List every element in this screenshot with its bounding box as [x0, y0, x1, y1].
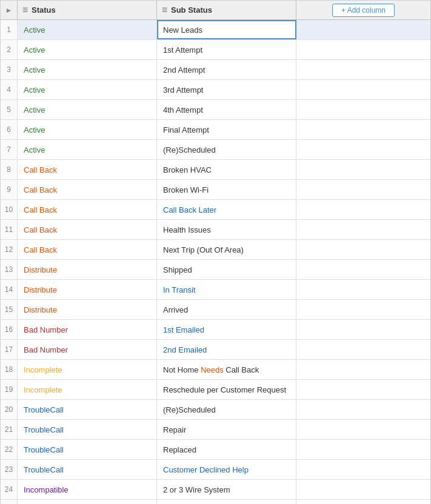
substatus-cell: Replaced	[157, 440, 296, 459]
substatus-cell: Customer Declined Help	[157, 460, 296, 479]
add-column-button[interactable]: + Add column	[332, 4, 395, 17]
substatus-value: 3rd Attempt	[163, 85, 203, 94]
status-value: TroubleCall	[24, 405, 64, 414]
status-cell: Call Back	[18, 180, 157, 199]
substatus-value: In Transit	[163, 285, 195, 294]
substatus-value: Broken Wi-Fi	[163, 185, 209, 194]
table-row[interactable]: 3 Active 2nd Attempt	[1, 60, 430, 80]
status-column-header[interactable]: ☰ Status	[18, 1, 157, 19]
status-cell: TroubleCall	[18, 440, 157, 459]
substatus-cell: 2nd Attempt	[157, 60, 296, 79]
table-row[interactable]: 8 Call Back Broken HVAC	[1, 160, 430, 180]
row-number: 12	[1, 240, 18, 259]
table-row[interactable]: 10 Call Back Call Back Later	[1, 200, 430, 220]
main-table: ► ☰ Status ☰ Sub Status + Add column 1 A…	[0, 0, 431, 504]
table-row[interactable]: 7 Active (Re)Scheduled	[1, 140, 430, 160]
status-value: Distribute	[24, 265, 57, 274]
substatus-cell: Call Back Later	[157, 200, 296, 219]
table-row[interactable]: 21 TroubleCall Repair	[1, 420, 430, 440]
row-number: 22	[1, 440, 18, 459]
extra-cell	[296, 200, 430, 219]
extra-cell	[296, 500, 430, 504]
table-row[interactable]: 18 Incomplete Not Home Needs Call Back	[1, 360, 430, 380]
substatus-cell: Reschedule per Customer Request	[157, 380, 296, 399]
extra-cell	[296, 400, 430, 419]
row-number: 25	[1, 500, 18, 504]
status-cell: Distribute	[18, 300, 157, 319]
table-row[interactable]: 14 Distribute In Transit	[1, 280, 430, 300]
status-value: Call Back	[24, 245, 57, 254]
row-number: 19	[1, 380, 18, 399]
table-row[interactable]: 1 Active New Leads	[1, 20, 430, 40]
table-row[interactable]: 13 Distribute Shipped	[1, 260, 430, 280]
table-row[interactable]: 22 TroubleCall Replaced	[1, 440, 430, 460]
table-row[interactable]: 4 Active 3rd Attempt	[1, 80, 430, 100]
extra-cell	[296, 120, 430, 139]
row-number: 3	[1, 60, 18, 79]
status-cell: TroubleCall	[18, 400, 157, 419]
status-value: TroubleCall	[24, 425, 64, 434]
row-number: 13	[1, 260, 18, 279]
substatus-cell: Next Trip (Out Of Area)	[157, 240, 296, 259]
extra-cell	[296, 100, 430, 119]
table-row[interactable]: 15 Distribute Arrived	[1, 300, 430, 320]
substatus-cell: Health Issues	[157, 220, 296, 239]
extra-cell	[296, 360, 430, 379]
substatus-value: New Leads	[163, 25, 202, 35]
status-value: Bad Number	[24, 345, 68, 354]
status-cell: Incompatible	[18, 500, 157, 504]
table-row[interactable]: 19 Incomplete Reschedule per Customer Re…	[1, 380, 430, 400]
table-row[interactable]: 5 Active 4th Attempt	[1, 100, 430, 120]
substatus-value: Final Attempt	[163, 125, 209, 134]
row-number: 14	[1, 280, 18, 299]
status-cell: Bad Number	[18, 340, 157, 359]
row-number: 6	[1, 120, 18, 139]
substatus-value: (Re)Scheduled	[163, 405, 216, 414]
substatus-column-header[interactable]: ☰ Sub Status	[157, 1, 296, 19]
substatus-cell: Shipped	[157, 260, 296, 279]
substatus-cell: (Re)Scheduled	[157, 400, 296, 419]
substatus-value: Health Issues	[163, 225, 211, 234]
table-row[interactable]: 20 TroubleCall (Re)Scheduled	[1, 400, 430, 420]
status-cell: Active	[18, 100, 157, 119]
table-row[interactable]: 11 Call Back Health Issues	[1, 220, 430, 240]
table-row[interactable]: 9 Call Back Broken Wi-Fi	[1, 180, 430, 200]
status-value: Active	[24, 85, 45, 94]
table-row[interactable]: 17 Bad Number 2nd Emailed	[1, 340, 430, 360]
table-row[interactable]: 24 Incompatible 2 or 3 Wire System	[1, 480, 430, 500]
extra-cell	[296, 240, 430, 259]
status-value: Active	[24, 25, 45, 35]
substatus-cell: (Re)Scheduled	[157, 140, 296, 159]
row-number: 9	[1, 180, 18, 199]
row-number: 8	[1, 160, 18, 179]
table-row[interactable]: 12 Call Back Next Trip (Out Of Area)	[1, 240, 430, 260]
table-row[interactable]: 16 Bad Number 1st Emailed	[1, 320, 430, 340]
table-row[interactable]: 23 TroubleCall Customer Declined Help	[1, 460, 430, 480]
substatus-cell: 2 or 3 Wire System	[157, 480, 296, 499]
status-cell: Incomplete	[18, 360, 157, 379]
status-cell: Active	[18, 80, 157, 99]
substatus-value: 1st Emailed	[163, 325, 204, 334]
substatus-header-label: Sub Status	[171, 5, 212, 15]
status-value: Call Back	[24, 225, 57, 234]
table-row[interactable]: 25 Incompatible MFU	[1, 500, 430, 504]
substatus-cell[interactable]: New Leads	[157, 20, 296, 39]
status-cell: TroubleCall	[18, 420, 157, 439]
row-number: 7	[1, 140, 18, 159]
status-cell: Distribute	[18, 280, 157, 299]
substatus-cell: MFU	[157, 500, 296, 504]
status-cell: Active	[18, 120, 157, 139]
status-cell: TroubleCall	[18, 460, 157, 479]
extra-cell	[296, 420, 430, 439]
substatus-cell: Broken HVAC	[157, 160, 296, 179]
row-number: 20	[1, 400, 18, 419]
table-row[interactable]: 2 Active 1st Attempt	[1, 40, 430, 60]
extra-cell	[296, 460, 430, 479]
substatus-value: Reschedule per Customer Request	[163, 385, 286, 394]
status-sort-icon: ☰	[22, 7, 28, 13]
substatus-value: Not Home Needs Call Back	[163, 365, 259, 374]
extra-cell	[296, 180, 430, 199]
substatus-value: Customer Declined Help	[163, 465, 249, 474]
row-number: 10	[1, 200, 18, 219]
table-row[interactable]: 6 Active Final Attempt	[1, 120, 430, 140]
